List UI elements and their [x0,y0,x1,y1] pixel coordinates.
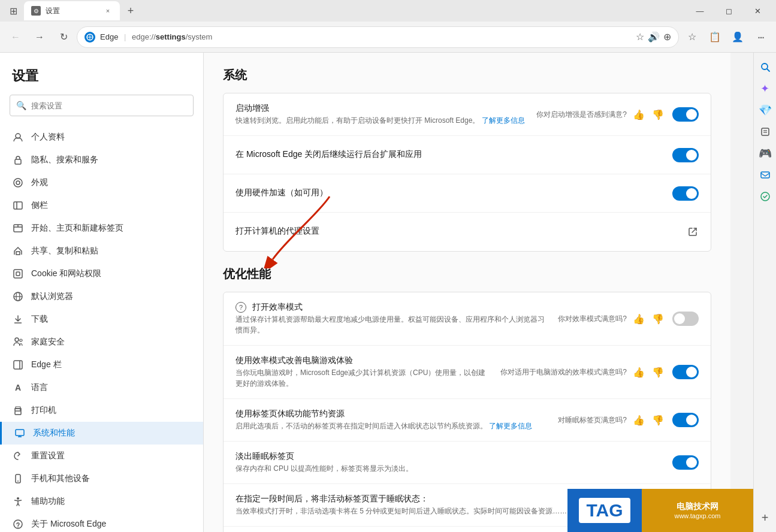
sidebar-item-share[interactable]: 共享、复制和粘贴 [0,240,203,262]
sidebar-item-default-browser[interactable]: 默认浏览器 [0,285,203,308]
tab-close-button[interactable]: × [103,6,113,16]
sidebar-outlook-button[interactable] [756,165,775,185]
sidebar-tools-button[interactable] [756,187,775,206]
sidebar-search-button[interactable] [756,58,775,77]
search-input[interactable] [31,101,187,110]
proxy-external-link-button[interactable] [687,226,699,238]
sidebar-item-label: 语言 [31,382,48,393]
system-section-title: 系统 [223,67,711,83]
favorites-button[interactable]: ☆ [681,26,703,48]
thumbs-down-button[interactable]: 👎 [651,413,665,427]
address-path-rest: /system [186,32,213,41]
sleeping-tabs-toggle[interactable] [672,413,699,427]
profile-icon [12,131,24,143]
sleep-timer-desc: 当效率模式打开时，非活动选项卡将在 5 分钟或更短时间后进入睡眠状态。实际时间可… [235,506,624,516]
printers-icon [12,404,24,416]
fade-sleeping-tabs-desc: 保存内存和 CPU 以提高性能时，标签页将显示为淡出。 [235,463,663,474]
performance-section-title: 优化性能 [223,266,711,282]
gaming-mode-feedback: 你对适用于电脑游戏的效率模式满意吗? 👍 👎 [500,365,665,379]
collections-button[interactable]: 📋 [704,26,726,48]
tab-title: 设置 [46,6,60,16]
svg-point-30 [17,480,19,482]
newtab-icon [12,222,24,234]
close-button[interactable]: ✕ [744,1,771,20]
forward-button[interactable]: → [29,26,50,48]
sidebar-item-reset[interactable]: 重置设置 [0,445,203,467]
search-box[interactable]: 🔍 [10,95,194,116]
sidebar-game-button[interactable]: 🎮 [756,144,775,163]
sidebar-item-downloads[interactable]: 下载 [0,308,203,331]
svg-point-20 [20,339,22,341]
read-aloud-icon[interactable]: 🔊 [648,31,660,43]
thumbs-down-button[interactable]: 👎 [651,312,665,326]
hardware-accel-toggle[interactable] [672,186,699,201]
sidebar-item-family[interactable]: 家庭安全 [0,331,203,353]
sidebar-item-cookies[interactable]: Cookie 和网站权限 [0,262,203,285]
thumbs-down-button[interactable]: 👎 [651,365,665,379]
sleeping-tabs-link[interactable]: 了解更多信息 [489,422,532,430]
proxy-info: 打开计算机的代理设置 [235,226,677,238]
startup-boost-info: 启动增强 快速转到浏览。启用此功能后，有助于启动设备时更快打开 Microsof… [235,103,527,126]
sidebar-item-newtab[interactable]: 开始、主页和新建标签页 [0,217,203,240]
mobile-icon [12,473,24,485]
thumbs-up-button[interactable]: 👍 [632,365,646,379]
svg-rect-26 [16,430,24,436]
sidebar-item-system[interactable]: 系统和性能 [0,422,203,445]
back-button[interactable]: ← [5,26,26,48]
watermark-url: www.tagxp.com [674,512,720,519]
title-bar: ⊞ ⚙ 设置 × + — ◻ ✕ [0,0,776,22]
efficiency-mode-label: ? 打开效率模式 [235,302,548,313]
sidebar-item-language[interactable]: A 语言 [0,376,203,399]
sidebar-item-edgebar[interactable]: Edge 栏 [0,353,203,376]
favorites-icon[interactable]: ☆ [636,31,644,43]
sleeping-tabs-feedback: 对睡眠标签页满意吗? 👍 👎 [558,413,665,427]
efficiency-mode-toggle[interactable] [672,312,699,326]
startup-boost-toggle[interactable] [672,107,699,122]
sidebar-item-sidebar[interactable]: 侧栏 [0,194,203,217]
sidebar-item-about[interactable]: 关于 Microsoft Edge [0,513,203,532]
favorites-add-icon[interactable]: ⊕ [663,31,671,43]
toggle-knob [686,415,697,425]
address-bar[interactable]: Edge | edge://settings/system ☆ 🔊 ⊕ [77,26,679,48]
sidebar-item-label: 系统和性能 [33,428,75,439]
svg-rect-12 [16,252,20,255]
startup-boost-row: 启动增强 快速转到浏览。启用此功能后，有助于启动设备时更快打开 Microsof… [224,93,711,136]
toggle-knob [686,457,697,468]
sidebar-add-button[interactable]: + [756,508,775,527]
active-tab[interactable]: ⚙ 设置 × [24,1,120,20]
fade-sleeping-tabs-info: 淡出睡眠标签页 保存内存和 CPU 以提高性能时，标签页将显示为淡出。 [235,451,663,474]
thumbs-down-button[interactable]: 👎 [651,107,665,122]
efficiency-mode-feedback: 你对效率模式满意吗? 👍 👎 [558,312,665,326]
sidebar-item-profile[interactable]: 个人资料 [0,126,203,149]
sidebar-item-label: 打印机 [31,405,56,416]
fade-sleeping-tabs-toggle[interactable] [672,455,699,470]
sidebar-item-mobile[interactable]: 手机和其他设备 [0,467,203,490]
refresh-button[interactable]: ↻ [53,26,74,48]
gaming-mode-toggle[interactable] [672,365,699,379]
profile-button[interactable]: 👤 [727,26,748,48]
thumbs-up-button[interactable]: 👍 [632,413,646,427]
background-run-toggle[interactable] [672,148,699,162]
sidebar-collections-button[interactable] [756,122,775,141]
sidebar-wallet-button[interactable]: 💎 [756,101,775,120]
background-run-row: 在 Microsoft Edge 关闭后继续运行后台扩展和应用 [224,136,711,174]
settings-more-button[interactable]: ··· [750,26,771,48]
sidebar-item-label: 关于 Microsoft Edge [31,519,106,530]
sidebar-item-privacy[interactable]: 隐私、搜索和服务 [0,149,203,171]
maximize-button[interactable]: ◻ [715,1,742,20]
new-tab-button[interactable]: + [122,2,139,19]
thumbs-up-button[interactable]: 👍 [632,312,646,326]
sidebar-copilot-button[interactable]: ✦ [756,79,775,98]
sidebar-item-accessibility[interactable]: 辅助功能 [0,490,203,513]
efficiency-mode-info: ? 打开效率模式 通过保存计算机资源帮助最大程度地减少电源使用量。权益可能因设备… [235,302,548,335]
thumbs-up-button[interactable]: 👍 [632,107,646,122]
sidebar-item-appearance[interactable]: 外观 [0,171,203,194]
sidebar-icon [12,200,24,211]
minimize-button[interactable]: — [686,1,714,20]
sidebar-item-label: 开始、主页和新建标签页 [31,223,123,234]
sidebar-item-label: 共享、复制和粘贴 [31,246,98,256]
tab-switcher-button[interactable]: ⊞ [5,2,22,19]
sidebar-item-printers[interactable]: 打印机 [0,399,203,422]
svg-point-19 [15,338,19,341]
startup-boost-link[interactable]: 了解更多信息 [482,116,525,125]
